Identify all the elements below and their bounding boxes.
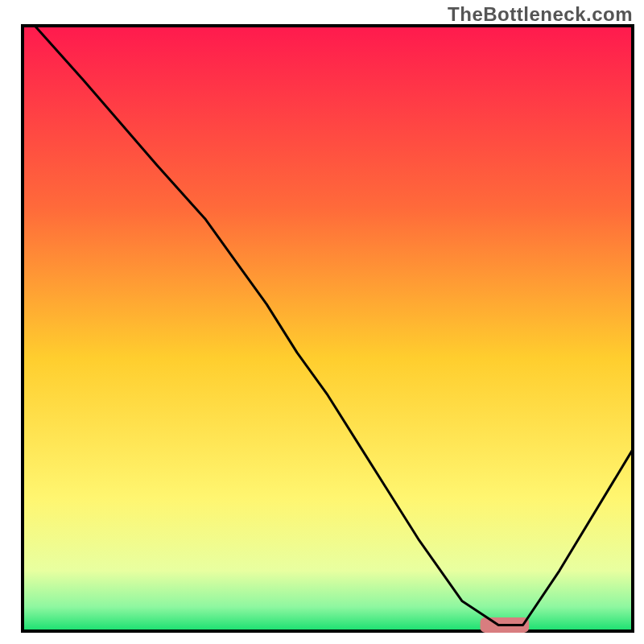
- watermark-text: TheBottleneck.com: [448, 3, 633, 26]
- chart-svg: [0, 0, 644, 644]
- chart-container: TheBottleneck.com: [0, 0, 644, 644]
